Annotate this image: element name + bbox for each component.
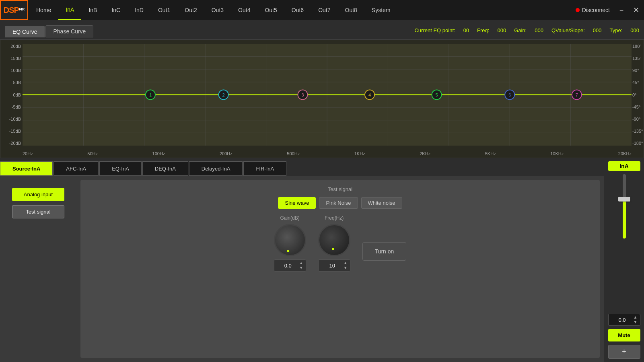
nav-out2[interactable]: Out2 [177, 0, 204, 20]
main-panel: Source-InA AFC-InA EQ-InA DEQ-InA Delaye… [0, 158, 604, 362]
svg-text:7: 7 [576, 93, 578, 97]
eq-status-label: Current EQ point: [414, 27, 455, 33]
mute-button[interactable]: Mute [608, 329, 640, 341]
controls-wrapper: Gain(dB) 0.0 ▲ ▼ [274, 215, 407, 272]
tab-eq-curve[interactable]: EQ Curve [5, 26, 45, 37]
value-up-arrow[interactable]: ▲ [634, 315, 638, 320]
bottom-section: Source-InA AFC-InA EQ-InA DEQ-InA Delaye… [0, 158, 644, 362]
fader-value-box: 0.0 ▲ ▼ [608, 314, 640, 326]
gain-up-arrow[interactable]: ▲ [299, 261, 303, 265]
eq-freq-value: 000 [497, 27, 506, 33]
freq-down-arrow[interactable]: ▼ [344, 265, 348, 270]
channel-label: InA [608, 161, 640, 171]
nav-home[interactable]: Home [29, 0, 58, 20]
fader-track [623, 174, 626, 239]
eq-status-bar: Current EQ point: 00 Freq: 000 Gain: 000… [414, 27, 639, 36]
fader-container [612, 174, 636, 311]
sub-tab-fir[interactable]: FIR-InA [243, 161, 286, 176]
test-signal-button[interactable]: Test signal [12, 205, 64, 218]
eq-chart[interactable]: 20dB15dB10dB5dB 0dB-5dB-10dB-15dB-20dB 1… [0, 39, 644, 158]
center-panel: Test signal Sine wave Pink Noise White n… [80, 180, 600, 358]
nav-out1[interactable]: Out1 [151, 0, 177, 20]
fader-thumb[interactable] [618, 197, 630, 202]
freq-group: Freq(Hz) 10 ▲ ▼ [318, 215, 350, 272]
sub-tab-afc[interactable]: AFC-InA [53, 161, 99, 176]
nav-inB[interactable]: InB [81, 0, 104, 20]
eq-gain-value: 000 [535, 27, 543, 33]
disconnect-indicator [576, 8, 580, 12]
freq-up-arrow[interactable]: ▲ [344, 261, 348, 265]
eq-qvalue-label: QValue/Slope: [551, 27, 585, 33]
sub-tab-eq[interactable]: EQ-InA [99, 161, 142, 176]
gain-knob[interactable] [274, 224, 306, 256]
freq-arrows[interactable]: ▲ ▼ [344, 261, 348, 270]
nav-inC[interactable]: InC [104, 0, 128, 20]
freq-knob[interactable] [318, 224, 350, 256]
eq-gain-label: Gain: [514, 27, 527, 33]
nav-out6[interactable]: Out6 [284, 0, 311, 20]
eq-point-value: 00 [463, 27, 469, 33]
pink-noise-button[interactable]: Pink Noise [319, 197, 358, 209]
nav-out7[interactable]: Out7 [311, 0, 337, 20]
app-logo: DSP FIR [0, 0, 28, 20]
svg-text:5: 5 [435, 93, 438, 97]
analog-input-button[interactable]: Analog input [12, 188, 64, 201]
svg-text:6: 6 [508, 93, 511, 97]
y-labels-right: 180°135°90°45° 0°-45°-90°-135°-180° [632, 44, 644, 146]
disconnect-label: Disconnect [582, 7, 610, 13]
eq-freq-label: Freq: [477, 27, 489, 33]
disconnect-button[interactable]: Disconnect [571, 7, 615, 13]
right-panel: InA 0.0 ▲ ▼ Mute + [604, 158, 644, 362]
minimize-button[interactable]: ‒ [615, 6, 628, 14]
sub-tab-deq[interactable]: DEQ-InA [142, 161, 188, 176]
signal-type-buttons: Sine wave Pink Noise White noise [278, 197, 402, 209]
turn-on-button[interactable]: Turn on [362, 242, 407, 261]
eq-qvalue-value: 000 [593, 27, 602, 33]
nav-out5[interactable]: Out5 [257, 0, 284, 20]
freq-value: 10 [321, 263, 344, 269]
sub-tab-delayed[interactable]: Delayed-InA [189, 161, 243, 176]
x-labels: 20Hz50Hz100Hz200Hz500Hz 1KHz2KHz5KHz10KH… [23, 151, 632, 156]
eq-type-label: Type: [610, 27, 623, 33]
content-area: Analog input Test signal Test signal Sin… [0, 176, 604, 362]
svg-text:1: 1 [149, 93, 152, 97]
svg-text:2: 2 [222, 93, 225, 97]
fader-value: 0.0 [611, 317, 634, 323]
nav-out8[interactable]: Out8 [338, 0, 364, 20]
gain-value: 0.0 [277, 263, 299, 269]
test-signal-label: Test signal [328, 186, 352, 192]
nav-inD[interactable]: InD [128, 0, 151, 20]
nav-out3[interactable]: Out3 [204, 0, 231, 20]
sine-wave-button[interactable]: Sine wave [278, 197, 316, 209]
left-panel: Analog input Test signal [4, 180, 76, 358]
sub-tab-source[interactable]: Source-InA [0, 161, 53, 176]
nav-system[interactable]: System [364, 0, 398, 20]
input-buttons: Analog input Test signal [4, 188, 76, 218]
gain-value-box: 0.0 ▲ ▼ [274, 259, 306, 272]
sub-tabs: Source-InA AFC-InA EQ-InA DEQ-InA Delaye… [0, 158, 604, 176]
chart-svg: 1 2 3 4 5 6 7 [23, 44, 632, 146]
gain-arrows[interactable]: ▲ ▼ [299, 261, 303, 270]
eq-chart-inner[interactable]: 1 2 3 4 5 6 7 [23, 44, 632, 146]
value-arrows[interactable]: ▲ ▼ [634, 315, 638, 325]
gain-label: Gain(dB) [280, 215, 300, 221]
gain-down-arrow[interactable]: ▼ [299, 265, 303, 270]
white-noise-button[interactable]: White noise [361, 197, 402, 209]
add-button[interactable]: + [608, 345, 640, 359]
tab-phase-curve[interactable]: Phase Curve [45, 25, 93, 37]
nav-inA[interactable]: InA [58, 0, 81, 20]
svg-text:3: 3 [301, 93, 304, 97]
svg-text:4: 4 [368, 93, 371, 97]
nav-out4[interactable]: Out4 [231, 0, 257, 20]
eq-type-value: 000 [630, 27, 639, 33]
tab-area: EQ Curve Phase Curve Current EQ point: 0… [0, 20, 644, 39]
y-labels-left: 20dB15dB10dB5dB 0dB-5dB-10dB-15dB-20dB [0, 44, 23, 146]
fader-fill [623, 200, 626, 239]
top-bar: DSP FIR Home InA InB InC InD Out1 Out2 O… [0, 0, 644, 20]
value-down-arrow[interactable]: ▼ [634, 320, 638, 325]
close-button[interactable]: ✕ [628, 6, 644, 14]
gain-group: Gain(dB) 0.0 ▲ ▼ [274, 215, 306, 272]
freq-label: Freq(Hz) [325, 215, 344, 221]
freq-value-box: 10 ▲ ▼ [318, 259, 350, 272]
